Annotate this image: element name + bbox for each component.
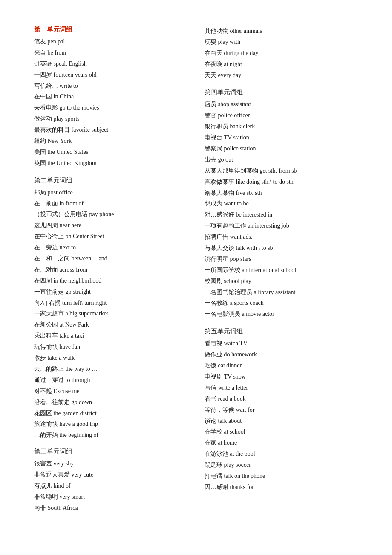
list-item: 在游泳池 at the pool: [205, 448, 358, 460]
section1-title: 第一单元词组: [34, 26, 187, 34]
section5: 第五单元词组 看电视 watch TV做作业 do homework吃饭 eat…: [205, 327, 358, 492]
list-item: 沿着…往前走 go down: [34, 397, 187, 408]
section1-items: 笔友 pen pal来自 be from讲英语 speak English十四岁…: [34, 36, 187, 169]
list-item: 邮局 post office: [34, 187, 187, 198]
list-item: 去看电影 go to the movies: [34, 102, 187, 113]
list-item: 想成为 want to be: [205, 198, 358, 209]
list-item: 最喜欢的科目 favorite subject: [34, 124, 187, 136]
section4: 第四单元词组 店员 shop assistant警官 police office…: [205, 88, 358, 320]
list-item: 南非 South Africa: [34, 503, 187, 514]
list-item: 在四周 in the neighborhood: [34, 275, 187, 286]
list-item: 店员 shop assistant: [205, 99, 358, 110]
list-item: 在夜晚 at night: [205, 59, 358, 70]
list-item: 校园剧 school play: [205, 276, 358, 287]
section2-items: 邮局 post office在…前面 in front of（投币式）公用电话 …: [34, 187, 187, 441]
list-item: 在…和…之间 between… and …: [34, 253, 187, 264]
list-item: 吃饭 eat dinner: [205, 360, 358, 371]
list-item: 在…前面 in front of: [34, 198, 187, 209]
list-item: 在中国 in China: [34, 91, 187, 102]
section5-title: 第五单元词组: [205, 327, 358, 335]
section3-title: 第三单元词组: [34, 448, 187, 456]
list-item: 一名图书馆治理员 a library assistant: [205, 287, 358, 298]
list-item: 玩得愉快 have fun: [34, 341, 187, 353]
section2-title: 第二单元词组: [34, 176, 187, 185]
list-item: 出去 go out: [205, 154, 358, 165]
list-item: 流行明星 pop stars: [205, 254, 358, 265]
list-item: 在中心街上 on Center Street: [34, 231, 187, 242]
list-item: 向左| 右拐 turn left\ turn right: [34, 298, 187, 309]
list-item: 看电视 watch TV: [205, 338, 358, 349]
list-item: 电视台 TV station: [205, 132, 358, 143]
list-item: 来自 be from: [34, 47, 187, 58]
list-item: 踢足球 play soccer: [205, 460, 358, 471]
section1: 第一单元词组 笔友 pen pal来自 be from讲英语 speak Eng…: [34, 26, 187, 169]
list-item: 笔友 pen pal: [34, 36, 187, 47]
list-item: 一家大超市 a big supermarket: [34, 308, 187, 319]
section5-items: 看电视 watch TV做作业 do homework吃饭 eat dinner…: [205, 338, 358, 492]
right-column: 其他动物 other animals玩耍 play with在白天 during…: [205, 26, 358, 514]
list-item: 乘出租车 take a taxi: [34, 330, 187, 341]
list-item: 做作业 do homework: [205, 349, 358, 360]
list-item: 对…感兴好 be interested in: [205, 209, 358, 220]
list-item: 在新公园 at New Park: [34, 319, 187, 330]
list-item: 从某人那里得到某物 get sth. from sb: [205, 165, 358, 176]
list-item: 玩耍 play with: [205, 37, 358, 48]
list-item: 警官 police officer: [205, 110, 358, 121]
list-item: 天天 every day: [205, 70, 358, 81]
list-item: 英国 the United Kingdom: [34, 158, 187, 169]
list-item: 打电话 talk on the phone: [205, 471, 358, 482]
list-item: 纽约 New York: [34, 136, 187, 147]
list-item: 与某人交谈 talk with \ to sb: [205, 243, 358, 254]
list-item: 很害羞 very shy: [34, 458, 187, 469]
list-item: 对不起 Excuse me: [34, 386, 187, 397]
list-item: 因…感谢 thanks for: [205, 482, 358, 493]
list-item: 警察局 police station: [205, 143, 358, 154]
page-container: 第一单元词组 笔友 pen pal来自 be from讲英语 speak Eng…: [34, 26, 358, 514]
list-item: …的开始 the beginning of: [34, 430, 187, 441]
section4-items: 店员 shop assistant警官 police officer银行职员 b…: [205, 99, 358, 320]
list-item: 谈论 talk about: [205, 416, 358, 427]
list-item: 电视剧 TV show: [205, 371, 358, 382]
section3-items: 很害羞 very shy非常逗人喜爱 very cute有点儿 kind of非…: [34, 458, 187, 513]
list-item: 银行职员 bank clerk: [205, 121, 358, 132]
list-item: 十四岁 fourteen years old: [34, 69, 187, 81]
list-item: 通过，穿过 to through: [34, 375, 187, 386]
list-item: 在…旁边 next to: [34, 242, 187, 253]
list-item: 一名教练 a sports coach: [205, 298, 358, 309]
list-item: 写信 write a letter: [205, 382, 358, 393]
list-item: 一名电影演员 a movie actor: [205, 309, 358, 320]
list-item: 非常聪明 very smart: [34, 491, 187, 503]
section1-right-items: 其他动物 other animals玩耍 play with在白天 during…: [205, 26, 358, 81]
list-item: 在学校 at school: [205, 426, 358, 437]
list-item: 旅途愉快 have a good trip: [34, 419, 187, 430]
list-item: 去…的路上 the way to …: [34, 364, 187, 375]
list-item: 美国 the United States: [34, 147, 187, 158]
left-column: 第一单元词组 笔友 pen pal来自 be from讲英语 speak Eng…: [34, 26, 187, 514]
list-item: 招聘广告 want ads.: [205, 231, 358, 243]
list-item: 等待，等候 wait for: [205, 405, 358, 416]
list-item: 一项有趣的工作 an interesting job: [205, 220, 358, 231]
list-item: 散步 take a walk: [34, 353, 187, 364]
list-item: 一直往前走 go straight: [34, 286, 187, 298]
list-item: 在…对面 across from: [34, 264, 187, 275]
list-item: 写信给… write to: [34, 81, 187, 92]
list-item: 非常逗人喜爱 very cute: [34, 469, 187, 480]
list-item: 讲英语 speak English: [34, 58, 187, 69]
list-item: 这儿四周 near here: [34, 220, 187, 231]
list-item: 做运动 play sports: [34, 113, 187, 124]
list-item: 看书 read a book: [205, 393, 358, 405]
list-item: 其他动物 other animals: [205, 26, 358, 37]
list-item: 在白天 during the day: [205, 48, 358, 59]
list-item: （投币式）公用电话 pay phone: [34, 209, 187, 220]
list-item: 一所国际学校 an international school: [205, 265, 358, 276]
section1-right: 其他动物 other animals玩耍 play with在白天 during…: [205, 26, 358, 81]
list-item: 喜欢做某事 like doing sth.\ to do sth: [205, 176, 358, 188]
list-item: 在家 at home: [205, 437, 358, 448]
section2: 第二单元词组 邮局 post office在…前面 in front of（投币…: [34, 176, 187, 441]
list-item: 给某人某物 five sb. sth: [205, 188, 358, 199]
section3: 第三单元词组 很害羞 very shy非常逗人喜爱 very cute有点儿 k…: [34, 448, 187, 513]
list-item: 花园区 the garden district: [34, 408, 187, 419]
section4-title: 第四单元词组: [205, 88, 358, 96]
list-item: 有点儿 kind of: [34, 480, 187, 491]
